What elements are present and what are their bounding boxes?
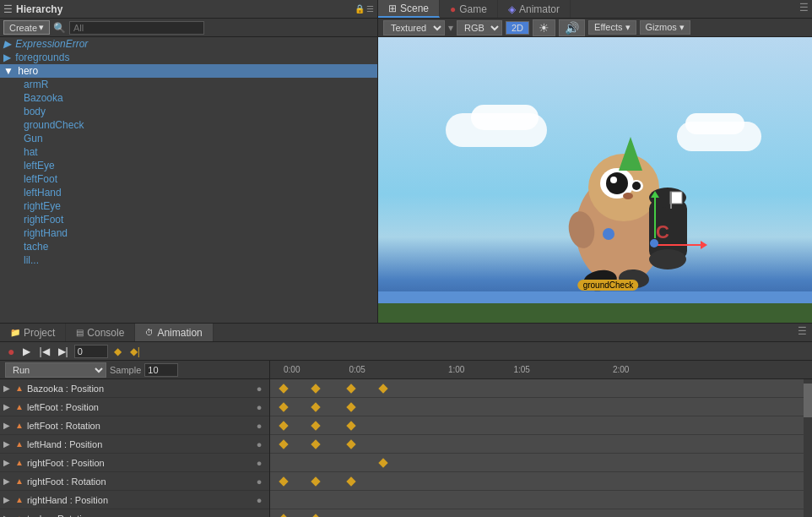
tree-item-rightHand[interactable]: rightHand (0, 226, 377, 240)
track-righthand-position: ▶ ▲ rightHand : Position ● (0, 491, 269, 509)
hierarchy-title: Hierarchy (16, 3, 62, 15)
tree-item-tache[interactable]: tache (0, 240, 377, 253)
track-lefthand-position: ▶ ▲ leftHand : Position ● (0, 435, 269, 454)
keyframe-diamond (346, 402, 355, 411)
svg-rect-13 (670, 192, 682, 204)
tab-console[interactable]: ▤ Console (66, 324, 135, 341)
track-leftfoot-rotation: ▶ ▲ leftFoot : Rotation ● (0, 416, 269, 435)
track-expand-icon[interactable]: ▶ (3, 476, 15, 486)
track-expand-icon[interactable]: ▶ (3, 384, 15, 393)
keyframe-diamond (279, 476, 288, 486)
track-type-icon: ▲ (15, 495, 27, 504)
tree-item-expressionerror[interactable]: ▶ ExpressionError (0, 37, 377, 51)
tree-item-body[interactable]: body (0, 105, 377, 118)
track-expand-icon[interactable]: ▶ (3, 514, 15, 517)
track-expand-icon[interactable]: ▶ (3, 495, 15, 504)
scene-view[interactable]: C (378, 37, 812, 323)
tab-game[interactable]: ● Game (440, 0, 498, 18)
tree-item-leftHand[interactable]: leftHand (0, 186, 377, 199)
track-visibility-icon[interactable]: ● (252, 421, 266, 431)
sample-input[interactable] (144, 363, 178, 377)
tree-item-foregrounds[interactable]: ▶ foregrounds (0, 51, 377, 64)
keyframe-diamond (346, 476, 355, 486)
ground (378, 302, 812, 323)
search-icon: 🔍 (53, 22, 66, 34)
lighting-button[interactable]: ☀ (533, 19, 555, 36)
track-name: leftHand : Position (27, 439, 252, 449)
tree-item-rightEye[interactable]: rightEye (0, 199, 377, 213)
track-visibility-icon[interactable]: ● (252, 458, 266, 468)
frame-input[interactable] (74, 345, 108, 358)
keyframe-diamond (311, 402, 320, 411)
tree-item-leftFoot[interactable]: leftFoot (0, 172, 377, 186)
keyframe-diamond (279, 402, 288, 411)
tab-scene[interactable]: ⊞ Scene (378, 0, 440, 18)
animation-clip-dropdown[interactable]: Run (5, 362, 106, 378)
hierarchy-list: ▶ ExpressionError ▶ foregrounds ▼ hero a… (0, 37, 377, 323)
effects-button[interactable]: Effects ▾ (588, 20, 636, 35)
project-label: Project (24, 327, 55, 339)
track-leftfoot-position: ▶ ▲ leftFoot : Position ● (0, 398, 269, 416)
track-visibility-icon[interactable]: ● (252, 495, 266, 505)
track-expand-icon[interactable]: ▶ (3, 439, 15, 449)
groundcheck-label: groundCheck (578, 280, 638, 291)
add-event-button[interactable]: ◆| (127, 345, 143, 358)
track-visibility-icon[interactable]: ● (252, 439, 266, 449)
track-expand-icon[interactable]: ▶ (3, 458, 15, 467)
track-visibility-icon[interactable]: ● (252, 402, 266, 412)
create-label: Create (9, 23, 37, 33)
timeline-keyframes[interactable] (270, 379, 804, 517)
lock-icon: 🔒 (355, 4, 365, 14)
tree-item-hero[interactable]: ▼ hero (0, 64, 377, 78)
track-bazooka-position: ▶ ▲ Bazooka : Position ● (0, 379, 269, 398)
cloud-1b (471, 105, 539, 130)
keyframe-diamond (378, 384, 387, 393)
search-input[interactable] (69, 21, 204, 35)
game-tab-label: Game (459, 3, 487, 15)
animation-timeline: 0:00 0:05 1:00 1:05 2:00 (270, 361, 812, 517)
track-visibility-icon[interactable]: ● (252, 514, 266, 518)
svg-point-6 (632, 182, 641, 190)
color-space-dropdown[interactable]: RGB (457, 20, 502, 35)
animator-tab-icon: ◈ (508, 3, 516, 15)
tree-item-armR[interactable]: armR (0, 78, 377, 91)
audio-button[interactable]: 🔊 (559, 19, 585, 36)
keyframe-diamond (311, 384, 320, 393)
prev-frame-button[interactable]: |◀ (36, 345, 51, 358)
create-button[interactable]: Create ▾ (3, 20, 50, 35)
record-button[interactable]: ● (5, 344, 17, 359)
tab-project[interactable]: 📁 Project (0, 324, 66, 341)
track-expand-icon[interactable]: ▶ (3, 421, 15, 430)
track-type-icon: ▲ (15, 458, 27, 467)
render-mode-dropdown[interactable]: Textured (383, 20, 445, 35)
track-visibility-icon[interactable]: ● (252, 384, 266, 394)
add-keyframe-button[interactable]: ◆ (111, 345, 124, 358)
tree-item-leftEye[interactable]: leftEye (0, 159, 377, 172)
tracks-list: ▶ ▲ Bazooka : Position ● ▶ ▲ leftFoot : … (0, 379, 269, 517)
keyframe-diamond (378, 458, 387, 467)
tab-animation[interactable]: ⏱ Animation (135, 324, 213, 341)
scrollbar-thumb[interactable] (804, 384, 812, 417)
animation-label: Animation (157, 327, 202, 339)
tab-animator[interactable]: ◈ Animator (498, 0, 571, 18)
tree-item-groundCheck[interactable]: groundCheck (0, 118, 377, 132)
tree-item-rightFoot[interactable]: rightFoot (0, 213, 377, 226)
scene-tab-icon: ⊞ (388, 3, 397, 14)
track-expand-icon[interactable]: ▶ (3, 402, 15, 411)
bottom-panel: 📁 Project ▤ Console ⏱ Animation ☰ ● ▶ |◀… (0, 323, 812, 517)
tree-item-hat[interactable]: hat (0, 145, 377, 159)
tree-item-Gun[interactable]: Gun (0, 132, 377, 145)
tree-item-Bazooka[interactable]: Bazooka (0, 91, 377, 105)
track-type-icon: ▲ (15, 439, 27, 449)
console-label: Console (87, 327, 124, 339)
2d-button[interactable]: 2D (506, 21, 529, 35)
timeline-scrollbar[interactable] (804, 379, 812, 517)
track-visibility-icon[interactable]: ● (252, 476, 266, 487)
timeline-row-6 (270, 509, 804, 517)
tree-item-lil[interactable]: lil... (0, 253, 377, 267)
play-button[interactable]: ▶ (20, 345, 33, 358)
timeline-header: 0:00 0:05 1:00 1:05 2:00 (270, 361, 812, 379)
next-frame-button[interactable]: ▶| (56, 345, 71, 358)
gizmos-button[interactable]: Gizmos ▾ (640, 20, 690, 35)
sample-label: Sample (110, 365, 141, 375)
